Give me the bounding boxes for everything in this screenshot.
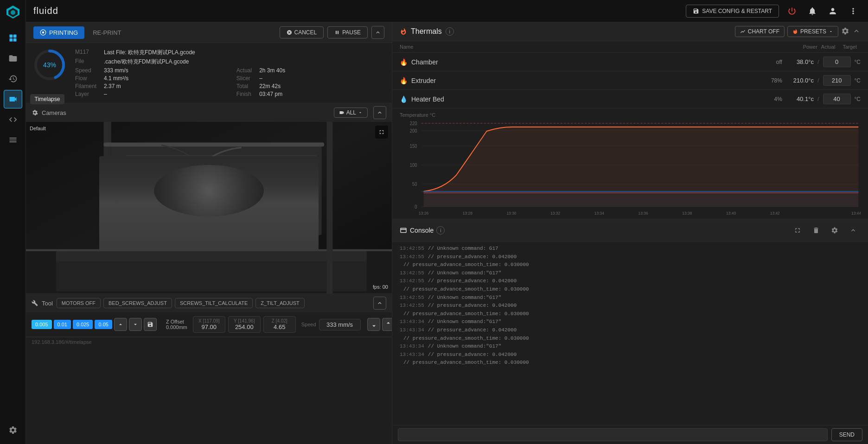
speed-section: Speed 333 mm/s <box>301 318 392 331</box>
svg-rect-25 <box>326 122 332 293</box>
speed-section-label: Speed <box>301 322 316 327</box>
svg-text:13:42: 13:42 <box>770 211 780 216</box>
notification-bell-icon[interactable] <box>805 4 820 19</box>
chevron-up-icon-2 <box>377 109 383 116</box>
console-header: Console i <box>392 219 868 242</box>
camera-collapse-button[interactable] <box>373 106 386 119</box>
z-offset-save-button[interactable] <box>144 318 157 331</box>
extruder-unit: °C <box>855 77 861 84</box>
console-expand-icon[interactable] <box>790 223 805 238</box>
user-account-icon[interactable] <box>825 4 840 19</box>
svg-rect-17 <box>56 251 367 261</box>
thermals-actions: CHART OFF PRESETS <box>735 26 861 37</box>
camera-all-icon <box>339 110 345 115</box>
console-line: // pressure_advance_smooth_time: 0.03000… <box>400 261 861 269</box>
camera-all-button[interactable]: ALL <box>334 108 368 118</box>
presets-button[interactable]: PRESETS <box>787 26 838 37</box>
ip-address: 192.168.3.186/#/timelapse <box>26 337 392 347</box>
extruder-target-input[interactable] <box>823 75 851 86</box>
z-offset-display: Z Offset 0.000mm <box>162 319 187 330</box>
console-settings-icon[interactable] <box>827 223 842 238</box>
more-menu-icon[interactable] <box>846 4 861 19</box>
camera-expand-button[interactable] <box>375 126 388 139</box>
chart-off-button[interactable]: CHART OFF <box>735 26 785 37</box>
z-position: Z [4.02] 4.65 <box>263 316 296 333</box>
save-config-button[interactable]: SAVE CONFIG & RESTART <box>686 5 779 18</box>
speed-up-button[interactable] <box>382 318 392 331</box>
camera-section: Cameras ALL <box>26 103 392 294</box>
speed-down-button[interactable] <box>367 318 380 331</box>
svg-text:0: 0 <box>415 204 417 209</box>
main-content: fluidd SAVE CONFIG & RESTART <box>26 0 868 444</box>
collapse-button[interactable] <box>371 26 384 39</box>
thermals-info-icon[interactable]: i <box>446 27 454 36</box>
sidebar-item-tuning[interactable] <box>4 131 22 149</box>
svg-rect-15 <box>26 249 392 251</box>
tab-printing[interactable]: PRINTING <box>33 26 84 39</box>
actual-value: 2h 3m 40s <box>259 67 384 74</box>
z-offset-up-button[interactable] <box>114 318 127 331</box>
camera-fps-label: fps: 00 <box>373 284 388 290</box>
console-line: 13:43:34// pressure_advance: 0.042000 <box>400 326 861 335</box>
heater-bed-power: 4% <box>764 96 782 102</box>
console-input[interactable] <box>398 428 828 441</box>
heater-bed-target-input[interactable] <box>823 94 851 104</box>
sidebar-item-settings[interactable] <box>4 421 22 439</box>
speed-label: Speed <box>75 67 96 74</box>
motors-off-button[interactable]: MOTORS OFF <box>57 298 101 308</box>
bed-screws-button[interactable]: BED_SCREWS_ADJUST <box>103 298 172 308</box>
pause-button[interactable]: PAUSE <box>327 26 368 38</box>
status-tabs: PRINTING RE-PRINT <box>33 26 128 39</box>
console-line: // pressure_advance_smooth_time: 0.03000… <box>400 285 861 294</box>
progress-percent: 43% <box>43 61 56 69</box>
speed-down-icon <box>370 321 377 328</box>
z-tilt-button[interactable]: Z_TILT_ADJUST <box>255 298 305 308</box>
sidebar-item-files[interactable] <box>4 49 22 68</box>
z-step-001-button[interactable]: 0.01 <box>54 320 71 329</box>
console-info-icon[interactable]: i <box>436 226 445 235</box>
tool-collapse-button[interactable] <box>373 297 386 310</box>
flow-label: Flow <box>75 75 96 82</box>
speed-arrows <box>367 318 392 331</box>
screws-tilt-button[interactable]: SCREWS_TILT_CALCULATE <box>175 298 253 308</box>
chamber-power: off <box>764 59 782 65</box>
console-line: 13:42:55// Unknown command:"G17" <box>400 269 861 278</box>
camera-view: Default fps: 00 <box>26 122 392 293</box>
camera-header: Cameras ALL <box>26 103 392 122</box>
presets-chevron-icon <box>829 29 833 34</box>
thermals-collapse-icon[interactable] <box>852 27 861 37</box>
console-section: Console i <box>392 219 868 444</box>
tool-controls: 0.005 0.01 0.025 0.05 <box>26 312 392 336</box>
console-collapse-icon[interactable] <box>846 223 861 238</box>
thermal-row-extruder[interactable]: 🔥 Extruder 78% 210.0°c / °C <box>392 71 868 90</box>
sidebar-item-dashboard[interactable] <box>4 29 22 47</box>
console-line: // pressure_advance_smooth_time: 0.03000… <box>400 335 861 343</box>
sidebar-item-history[interactable] <box>4 70 22 88</box>
power-button[interactable] <box>785 4 799 19</box>
thermal-row-chamber[interactable]: 🔥 Chamber off 38.0°c / °C <box>392 53 868 71</box>
z-step-0005-button[interactable]: 0.005 <box>32 320 52 329</box>
tool-title: Tool <box>42 300 53 307</box>
z-step-0025-button[interactable]: 0.025 <box>73 320 93 329</box>
tool-header: Tool MOTORS OFF BED_SCREWS_ADJUST SCREWS… <box>26 294 392 312</box>
console-actions <box>790 223 861 238</box>
thermals-settings-icon[interactable] <box>841 27 849 37</box>
cancel-button[interactable]: CANCEL <box>280 26 324 38</box>
svg-text:50: 50 <box>412 182 417 187</box>
send-button[interactable]: SEND <box>831 428 862 441</box>
thermal-row-heater-bed[interactable]: 💧 Heater Bed 4% 40.1°c / °C <box>392 90 868 108</box>
slicer-value: – <box>259 75 384 82</box>
z-step-005-button[interactable]: 0.05 <box>95 320 112 329</box>
sidebar-item-timelapse[interactable]: Timelapse <box>4 90 22 108</box>
file-value: .cache/欧特克FDM测试PLA.gcode <box>104 58 384 66</box>
progress-circle: 43% <box>33 49 66 81</box>
print-status-icon <box>40 29 46 36</box>
console-clear-icon[interactable] <box>809 223 823 238</box>
sidebar-item-macros[interactable] <box>4 110 22 129</box>
console-title: Console i <box>400 226 445 235</box>
speed-value: 333 mm/s <box>104 67 229 74</box>
chamber-target-input[interactable] <box>823 57 851 67</box>
tab-reprint[interactable]: RE-PRINT <box>86 26 128 39</box>
heater-bed-water-icon: 💧 <box>400 95 408 103</box>
z-offset-down-button[interactable] <box>129 318 142 331</box>
